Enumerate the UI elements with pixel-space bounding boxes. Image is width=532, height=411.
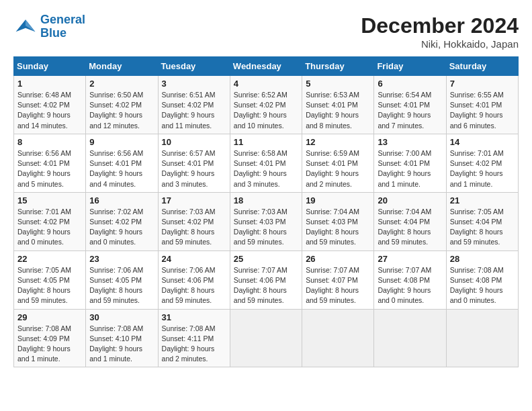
day-number: 2	[89, 79, 154, 89]
day-number: 11	[234, 137, 298, 147]
calendar-cell: 6Sunrise: 6:54 AMSunset: 4:01 PMDaylight…	[374, 76, 446, 134]
calendar-cell: 14Sunrise: 7:01 AMSunset: 4:02 PMDayligh…	[446, 134, 518, 192]
page-header: General Blue December 2024 Niki, Hokkaid…	[13, 13, 519, 50]
calendar-cell: 31Sunrise: 7:08 AMSunset: 4:11 PMDayligh…	[158, 309, 230, 367]
calendar-cell: 7Sunrise: 6:55 AMSunset: 4:01 PMDaylight…	[446, 76, 518, 134]
day-detail: Sunrise: 7:07 AMSunset: 4:07 PMDaylight:…	[306, 265, 370, 306]
calendar-week-4: 22Sunrise: 7:05 AMSunset: 4:05 PMDayligh…	[14, 250, 519, 309]
day-number: 8	[17, 137, 82, 147]
day-number: 12	[306, 137, 370, 147]
day-detail: Sunrise: 7:08 AMSunset: 4:08 PMDaylight:…	[450, 265, 515, 306]
calendar-cell: 2Sunrise: 6:50 AMSunset: 4:02 PMDaylight…	[86, 76, 158, 134]
day-number: 23	[89, 254, 154, 264]
calendar-subtitle: Niki, Hokkaido, Japan	[361, 38, 519, 50]
day-detail: Sunrise: 7:07 AMSunset: 4:08 PMDaylight:…	[378, 265, 442, 306]
day-number: 10	[162, 137, 226, 147]
day-number: 6	[378, 79, 442, 89]
header-friday: Friday	[374, 57, 446, 76]
day-number: 20	[378, 195, 442, 205]
logo-line1: General	[40, 13, 85, 26]
day-number: 19	[306, 195, 370, 205]
calendar-cell: 28Sunrise: 7:08 AMSunset: 4:08 PMDayligh…	[446, 250, 518, 309]
day-detail: Sunrise: 7:05 AMSunset: 4:05 PMDaylight:…	[17, 265, 82, 306]
day-detail: Sunrise: 7:06 AMSunset: 4:06 PMDaylight:…	[162, 265, 226, 306]
day-detail: Sunrise: 7:00 AMSunset: 4:01 PMDaylight:…	[378, 148, 442, 189]
calendar-table: SundayMondayTuesdayWednesdayThursdayFrid…	[13, 56, 519, 367]
calendar-cell: 1Sunrise: 6:48 AMSunset: 4:02 PMDaylight…	[14, 76, 86, 134]
calendar-cell: 17Sunrise: 7:03 AMSunset: 4:02 PMDayligh…	[158, 192, 230, 250]
day-number: 3	[162, 79, 226, 89]
day-detail: Sunrise: 7:01 AMSunset: 4:02 PMDaylight:…	[17, 207, 82, 248]
day-number: 17	[162, 195, 226, 205]
calendar-cell: 22Sunrise: 7:05 AMSunset: 4:05 PMDayligh…	[14, 250, 86, 309]
calendar-week-1: 1Sunrise: 6:48 AMSunset: 4:02 PMDaylight…	[14, 76, 519, 134]
calendar-cell: 4Sunrise: 6:52 AMSunset: 4:02 PMDaylight…	[230, 76, 302, 134]
calendar-cell: 15Sunrise: 7:01 AMSunset: 4:02 PMDayligh…	[14, 192, 86, 250]
calendar-week-5: 29Sunrise: 7:08 AMSunset: 4:09 PMDayligh…	[14, 309, 519, 367]
header-wednesday: Wednesday	[230, 57, 302, 76]
header-sunday: Sunday	[14, 57, 86, 76]
day-number: 16	[89, 195, 154, 205]
day-detail: Sunrise: 6:51 AMSunset: 4:02 PMDaylight:…	[162, 90, 226, 131]
day-number: 30	[89, 312, 154, 322]
logo-icon	[13, 15, 38, 39]
logo-line2: Blue	[40, 26, 66, 40]
calendar-cell: 12Sunrise: 6:59 AMSunset: 4:01 PMDayligh…	[302, 134, 374, 192]
calendar-cell: 9Sunrise: 6:56 AMSunset: 4:01 PMDaylight…	[86, 134, 158, 192]
calendar-cell: 16Sunrise: 7:02 AMSunset: 4:02 PMDayligh…	[86, 192, 158, 250]
calendar-cell: 30Sunrise: 7:08 AMSunset: 4:10 PMDayligh…	[86, 309, 158, 367]
calendar-week-2: 8Sunrise: 6:56 AMSunset: 4:01 PMDaylight…	[14, 134, 519, 192]
day-number: 1	[17, 79, 82, 89]
day-number: 18	[234, 195, 298, 205]
day-number: 22	[17, 254, 82, 264]
day-number: 25	[234, 254, 298, 264]
day-detail: Sunrise: 6:56 AMSunset: 4:01 PMDaylight:…	[17, 148, 82, 189]
day-number: 7	[450, 79, 515, 89]
calendar-title: December 2024	[361, 13, 519, 38]
calendar-header-row: SundayMondayTuesdayWednesdayThursdayFrid…	[14, 57, 519, 76]
calendar-cell: 29Sunrise: 7:08 AMSunset: 4:09 PMDayligh…	[14, 309, 86, 367]
day-number: 24	[162, 254, 226, 264]
calendar-cell: 3Sunrise: 6:51 AMSunset: 4:02 PMDaylight…	[158, 76, 230, 134]
calendar-cell: 5Sunrise: 6:53 AMSunset: 4:01 PMDaylight…	[302, 76, 374, 134]
header-tuesday: Tuesday	[158, 57, 230, 76]
logo-text: General Blue	[40, 13, 85, 40]
day-detail: Sunrise: 6:57 AMSunset: 4:01 PMDaylight:…	[162, 148, 226, 189]
calendar-cell: 10Sunrise: 6:57 AMSunset: 4:01 PMDayligh…	[158, 134, 230, 192]
day-number: 13	[378, 137, 442, 147]
day-number: 14	[450, 137, 515, 147]
day-detail: Sunrise: 7:04 AMSunset: 4:03 PMDaylight:…	[306, 207, 370, 248]
calendar-cell: 18Sunrise: 7:03 AMSunset: 4:03 PMDayligh…	[230, 192, 302, 250]
calendar-cell: 13Sunrise: 7:00 AMSunset: 4:01 PMDayligh…	[374, 134, 446, 192]
calendar-cell	[446, 309, 518, 367]
day-detail: Sunrise: 6:52 AMSunset: 4:02 PMDaylight:…	[234, 90, 298, 131]
day-detail: Sunrise: 6:54 AMSunset: 4:01 PMDaylight:…	[378, 90, 442, 131]
day-number: 27	[378, 254, 442, 264]
header-monday: Monday	[86, 57, 158, 76]
day-detail: Sunrise: 6:58 AMSunset: 4:01 PMDaylight:…	[234, 148, 298, 189]
day-detail: Sunrise: 7:01 AMSunset: 4:02 PMDaylight:…	[450, 148, 515, 189]
day-detail: Sunrise: 7:05 AMSunset: 4:04 PMDaylight:…	[450, 207, 515, 248]
day-number: 5	[306, 79, 370, 89]
day-detail: Sunrise: 6:55 AMSunset: 4:01 PMDaylight:…	[450, 90, 515, 131]
calendar-week-3: 15Sunrise: 7:01 AMSunset: 4:02 PMDayligh…	[14, 192, 519, 250]
calendar-cell: 8Sunrise: 6:56 AMSunset: 4:01 PMDaylight…	[14, 134, 86, 192]
day-detail: Sunrise: 7:04 AMSunset: 4:04 PMDaylight:…	[378, 207, 442, 248]
calendar-cell: 26Sunrise: 7:07 AMSunset: 4:07 PMDayligh…	[302, 250, 374, 309]
day-number: 29	[17, 312, 82, 322]
day-number: 28	[450, 254, 515, 264]
day-detail: Sunrise: 7:07 AMSunset: 4:06 PMDaylight:…	[234, 265, 298, 306]
day-detail: Sunrise: 6:48 AMSunset: 4:02 PMDaylight:…	[17, 90, 82, 131]
day-detail: Sunrise: 6:56 AMSunset: 4:01 PMDaylight:…	[89, 148, 154, 189]
calendar-cell: 11Sunrise: 6:58 AMSunset: 4:01 PMDayligh…	[230, 134, 302, 192]
calendar-cell	[374, 309, 446, 367]
day-number: 31	[162, 312, 226, 322]
calendar-cell: 25Sunrise: 7:07 AMSunset: 4:06 PMDayligh…	[230, 250, 302, 309]
calendar-cell	[230, 309, 302, 367]
day-number: 21	[450, 195, 515, 205]
day-number: 9	[89, 137, 154, 147]
day-detail: Sunrise: 6:59 AMSunset: 4:01 PMDaylight:…	[306, 148, 370, 189]
calendar-cell: 21Sunrise: 7:05 AMSunset: 4:04 PMDayligh…	[446, 192, 518, 250]
day-number: 26	[306, 254, 370, 264]
day-detail: Sunrise: 7:06 AMSunset: 4:05 PMDaylight:…	[89, 265, 154, 306]
